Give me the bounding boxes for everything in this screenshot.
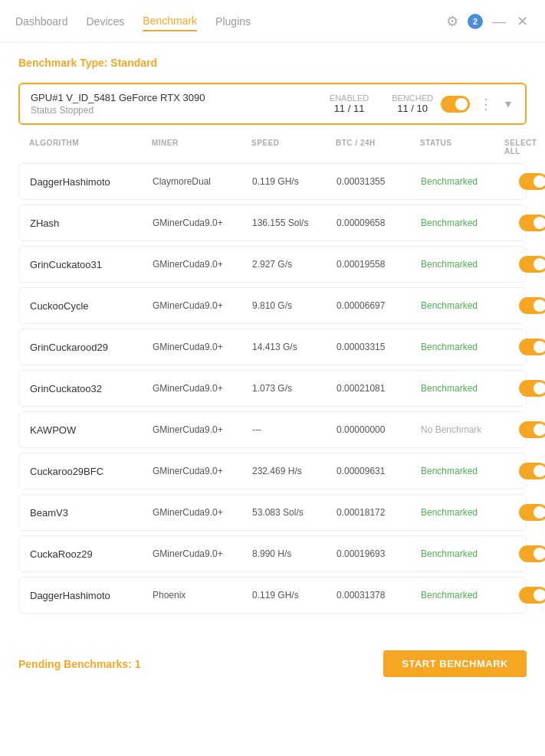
algo-name: BeamV3 (30, 507, 153, 519)
table-row: GrinCuckarood29 GMinerCuda9.0+ 14.413 G/… (18, 329, 527, 365)
algo-btc: 0.00009631 (337, 466, 421, 476)
table-row: BeamV3 GMinerCuda9.0+ 53.083 Sol/s 0.000… (18, 494, 527, 531)
algo-name: Cuckaroo29BFC (30, 466, 153, 477)
header: Dashboard Devices Benchmark Plugins ⚙ 2 … (0, 0, 545, 43)
algo-name: DaggerHashimoto (30, 590, 153, 601)
algo-actions: ⚙ (505, 544, 545, 564)
algo-name: DaggerHashimoto (30, 176, 153, 188)
algo-actions: ⚙ (505, 461, 545, 481)
algo-speed: 1.073 G/s (252, 383, 337, 394)
algo-name: GrinCuckarood29 (30, 342, 153, 353)
settings-button[interactable]: ⚙ (445, 13, 460, 30)
algo-btc: 0.00000000 (337, 424, 421, 435)
gpu-card: GPU#1 V_ID_5481 GeForce RTX 3090 Status … (18, 83, 527, 125)
algo-btc: 0.00006697 (337, 300, 421, 311)
algo-speed: --- (252, 424, 337, 435)
close-icon: ✕ (517, 14, 528, 29)
algo-status: No Benchmark (421, 424, 505, 435)
algo-actions: ⚙ (505, 502, 545, 522)
gpu-expand-button[interactable]: ▾ (502, 95, 514, 113)
algo-status: Benchmarked (421, 466, 505, 476)
gpu-actions: ⋮ ▾ (441, 95, 514, 113)
algorithm-list: DaggerHashimoto ClaymoreDual 0.119 GH/s … (18, 163, 527, 614)
table-row: DaggerHashimoto Phoenix 0.119 GH/s 0.000… (18, 577, 527, 614)
algo-toggle[interactable] (519, 463, 545, 479)
algo-actions: ⚙ (505, 337, 545, 357)
tab-benchmark[interactable]: Benchmark (143, 11, 197, 31)
benchmark-type-value: Standard (110, 57, 157, 69)
algo-speed: 8.990 H/s (252, 548, 337, 559)
algo-btc: 0.00018172 (337, 507, 421, 518)
algo-actions: ⚙ (505, 213, 545, 233)
algo-miner: GMinerCuda9.0+ (153, 218, 252, 228)
tab-dashboard[interactable]: Dashboard (15, 12, 68, 31)
algo-toggle[interactable] (519, 587, 545, 604)
algo-speed: 14.413 G/s (252, 342, 337, 352)
notification-badge[interactable]: 2 (468, 14, 483, 29)
gpu-menu-button[interactable]: ⋮ (476, 96, 496, 113)
tab-devices[interactable]: Devices (87, 12, 125, 31)
pending-benchmarks: Pending Benchmarks: 1 (18, 658, 141, 670)
algo-miner: Phoenix (153, 590, 252, 601)
algo-toggle[interactable] (519, 297, 545, 314)
algo-actions: ⚙ (505, 172, 545, 191)
algo-btc: 0.00003315 (337, 342, 421, 352)
algo-toggle[interactable] (519, 256, 545, 273)
algo-status: Benchmarked (421, 342, 505, 352)
col-miner: MINER (152, 139, 251, 155)
algo-name: ZHash (30, 218, 153, 229)
algo-speed: 0.119 GH/s (252, 590, 337, 601)
table-row: KAWPOW GMinerCuda9.0+ --- 0.00000000 No … (18, 411, 527, 448)
algo-name: CuckooCycle (30, 300, 153, 312)
algo-speed: 9.810 G/s (252, 300, 337, 311)
algo-name: GrinCuckatoo31 (30, 259, 153, 270)
algo-toggle[interactable] (519, 380, 545, 397)
algo-miner: GMinerCuda9.0+ (153, 300, 252, 311)
algo-miner: GMinerCuda9.0+ (153, 259, 252, 270)
algo-speed: 136.155 Sol/s (252, 218, 337, 228)
algo-toggle[interactable] (519, 214, 545, 231)
algo-toggle[interactable] (519, 421, 545, 438)
algo-status: Benchmarked (421, 176, 505, 187)
algo-toggle[interactable] (519, 504, 545, 521)
algo-status: Benchmarked (421, 300, 505, 311)
algo-btc: 0.00031378 (337, 590, 421, 601)
footer: Pending Benchmarks: 1 START BENCHMARK (0, 638, 545, 689)
algo-toggle[interactable] (519, 545, 545, 562)
col-algorithm: ALGORITHM (29, 139, 152, 155)
columns-header: ALGORITHM MINER SPEED BTC / 24H STATUS S… (18, 134, 527, 160)
minimize-button[interactable]: — (491, 13, 507, 30)
algo-toggle[interactable] (519, 173, 545, 190)
algo-status: Benchmarked (421, 590, 505, 601)
algo-status: Benchmarked (421, 218, 505, 228)
algo-status: Benchmarked (421, 507, 505, 518)
algo-speed: 53.083 Sol/s (252, 507, 337, 518)
algo-btc: 0.00009658 (337, 218, 421, 228)
algo-toggle[interactable] (519, 339, 545, 355)
gpu-toggle[interactable] (441, 96, 470, 113)
benchmark-type-label: Benchmark Type: Standard (18, 57, 527, 69)
table-row: GrinCuckatoo31 GMinerCuda9.0+ 2.927 G/s … (18, 246, 527, 283)
algo-miner: GMinerCuda9.0+ (153, 424, 252, 435)
algo-status: Benchmarked (421, 548, 505, 559)
algo-name: KAWPOW (30, 424, 153, 436)
table-row: DaggerHashimoto ClaymoreDual 0.119 GH/s … (18, 163, 527, 200)
algo-miner: GMinerCuda9.0+ (153, 383, 252, 394)
table-row: ZHash GMinerCuda9.0+ 136.155 Sol/s 0.000… (18, 205, 527, 241)
start-benchmark-button[interactable]: START BENCHMARK (383, 650, 527, 677)
header-actions: ⚙ 2 — ✕ (445, 13, 530, 30)
algo-btc: 0.00021081 (337, 383, 421, 394)
col-select-all: SELECT ALL (504, 139, 545, 155)
gpu-enabled-stat: ENABLED 11 / 11 (330, 93, 369, 114)
algo-btc: 0.00019558 (337, 259, 421, 270)
gpu-stats: ENABLED 11 / 11 BENCHED 11 / 10 (330, 93, 433, 114)
gpu-name: GPU#1 V_ID_5481 GeForce RTX 3090 (31, 92, 322, 103)
algo-speed: 0.119 GH/s (252, 176, 337, 187)
algo-speed: 2.927 G/s (252, 259, 337, 270)
close-button[interactable]: ✕ (515, 13, 530, 30)
algo-btc: 0.00031355 (337, 176, 421, 187)
algo-actions: ⚙ (505, 585, 545, 605)
tab-plugins[interactable]: Plugins (215, 12, 251, 31)
algo-name: GrinCuckatoo32 (30, 383, 153, 394)
algo-miner: ClaymoreDual (153, 176, 252, 187)
